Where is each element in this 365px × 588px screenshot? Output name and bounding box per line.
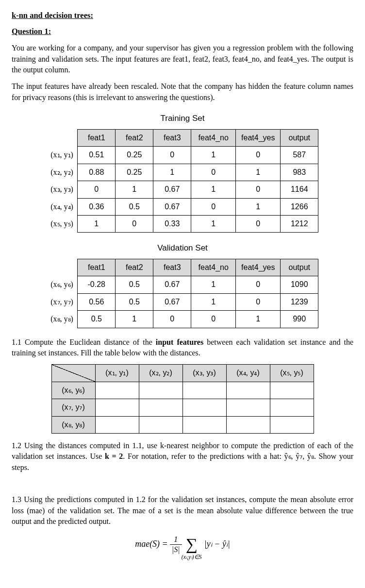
- column-header: output: [281, 259, 318, 276]
- data-cell: 1: [116, 181, 153, 198]
- row-label: (x₆, y₆): [47, 276, 78, 293]
- data-cell: 0: [116, 215, 153, 232]
- dist-col-header: (x₅, y₅): [270, 365, 314, 382]
- data-cell: 1266: [281, 198, 318, 215]
- data-cell: 1: [191, 293, 236, 310]
- data-cell: 0.5: [116, 198, 153, 215]
- data-cell: 0.5: [116, 293, 153, 310]
- data-cell: 1: [191, 276, 236, 293]
- column-header: feat1: [78, 129, 116, 146]
- data-cell: 1212: [281, 215, 318, 232]
- data-cell: 0: [153, 147, 191, 164]
- dist-empty-cell: [226, 382, 270, 399]
- row-label: (x₁, y₁): [47, 147, 78, 164]
- data-cell: 1: [116, 311, 153, 328]
- column-header: feat4_no: [191, 129, 236, 146]
- question-1-1: 1.1 Compute the Euclidean distance of th…: [12, 337, 353, 359]
- dist-row-header: (x₇, y₇): [51, 399, 95, 416]
- dist-empty-cell: [95, 399, 139, 416]
- data-cell: 0.36: [78, 198, 116, 215]
- training-table: feat1feat2feat3feat4_nofeat4_yesoutput(x…: [47, 129, 319, 233]
- column-header: feat4_yes: [236, 129, 281, 146]
- dist-col-header: (x₄, y₄): [226, 365, 270, 382]
- main-heading: k-nn and decision trees:: [12, 10, 353, 21]
- dist-empty-cell: [226, 416, 270, 433]
- dist-empty-cell: [182, 382, 226, 399]
- question-1-3: 1.3 Using the predictions computed in 1.…: [12, 494, 353, 527]
- data-cell: 1: [236, 198, 281, 215]
- data-cell: 0: [191, 164, 236, 181]
- data-cell: 1: [78, 215, 116, 232]
- column-header: output: [281, 129, 318, 146]
- dist-empty-cell: [270, 416, 314, 433]
- dist-col-header: (x₂, y₂): [139, 365, 182, 382]
- dist-empty-cell: [226, 399, 270, 416]
- intro-para-2: The input features have already been res…: [12, 81, 353, 103]
- dist-col-header: (x₁, y₁): [95, 365, 139, 382]
- dist-empty-cell: [270, 382, 314, 399]
- data-cell: 0.25: [116, 164, 153, 181]
- dist-empty-cell: [182, 399, 226, 416]
- data-cell: 0: [236, 293, 281, 310]
- validation-title: Validation Set: [12, 242, 353, 254]
- data-cell: 1: [191, 181, 236, 198]
- row-label: (x₈, y₈): [47, 311, 78, 328]
- data-cell: 0.56: [78, 293, 116, 310]
- column-header: feat2: [116, 129, 153, 146]
- dist-empty-cell: [139, 399, 182, 416]
- data-cell: 0.51: [78, 147, 116, 164]
- question-1-2: 1.2 Using the distances computed in 1.1,…: [12, 440, 353, 473]
- data-cell: 0.67: [153, 276, 191, 293]
- data-cell: 1239: [281, 293, 318, 310]
- dist-col-header: (x₃, y₃): [182, 365, 226, 382]
- data-cell: -0.28: [78, 276, 116, 293]
- data-cell: 0: [153, 311, 191, 328]
- corner-cell: [51, 365, 95, 382]
- column-header: feat2: [116, 259, 153, 276]
- dist-row-header: (x₈, y₈): [51, 416, 95, 433]
- dist-empty-cell: [139, 382, 182, 399]
- data-cell: 0.67: [153, 198, 191, 215]
- data-cell: 0.88: [78, 164, 116, 181]
- column-header: feat1: [78, 259, 116, 276]
- column-header: feat3: [153, 129, 191, 146]
- distance-table: (x₁, y₁)(x₂, y₂)(x₃, y₃)(x₄, y₄)(x₅, y₅)…: [51, 364, 314, 434]
- column-header: feat4_yes: [236, 259, 281, 276]
- mae-formula: mae(S) = 1 |S| ∑ (xᵢ,yᵢ)∈S |yᵢ − ŷᵢ|: [12, 535, 353, 554]
- row-label: (x₃, y₃): [47, 181, 78, 198]
- data-cell: 0: [236, 276, 281, 293]
- data-cell: 1: [236, 164, 281, 181]
- data-cell: 0.33: [153, 215, 191, 232]
- question-heading: Question 1:: [12, 26, 353, 37]
- row-label: (x₂, y₂): [47, 164, 78, 181]
- data-cell: 0.67: [153, 293, 191, 310]
- row-label: (x₄, y₄): [47, 198, 78, 215]
- data-cell: 1: [236, 311, 281, 328]
- intro-para-1: You are working for a company, and your …: [12, 43, 353, 75]
- data-cell: 0.5: [116, 276, 153, 293]
- data-cell: 0: [236, 215, 281, 232]
- training-title: Training Set: [12, 113, 353, 124]
- column-header: feat4_no: [191, 259, 236, 276]
- data-cell: 0.5: [78, 311, 116, 328]
- data-cell: 0: [191, 198, 236, 215]
- data-cell: 0.67: [153, 181, 191, 198]
- data-cell: 0.25: [116, 147, 153, 164]
- data-cell: 990: [281, 311, 318, 328]
- dist-empty-cell: [95, 416, 139, 433]
- data-cell: 1164: [281, 181, 318, 198]
- data-cell: 1: [191, 215, 236, 232]
- data-cell: 1: [153, 164, 191, 181]
- validation-table: feat1feat2feat3feat4_nofeat4_yesoutput(x…: [47, 259, 319, 328]
- column-header: feat3: [153, 259, 191, 276]
- dist-empty-cell: [139, 416, 182, 433]
- data-cell: 1: [191, 147, 236, 164]
- data-cell: 0: [236, 181, 281, 198]
- dist-row-header: (x₆, y₆): [51, 382, 95, 399]
- dist-empty-cell: [182, 416, 226, 433]
- dist-empty-cell: [270, 399, 314, 416]
- data-cell: 0: [191, 311, 236, 328]
- data-cell: 0: [236, 147, 281, 164]
- row-label: (x₅, y₅): [47, 215, 78, 232]
- data-cell: 587: [281, 147, 318, 164]
